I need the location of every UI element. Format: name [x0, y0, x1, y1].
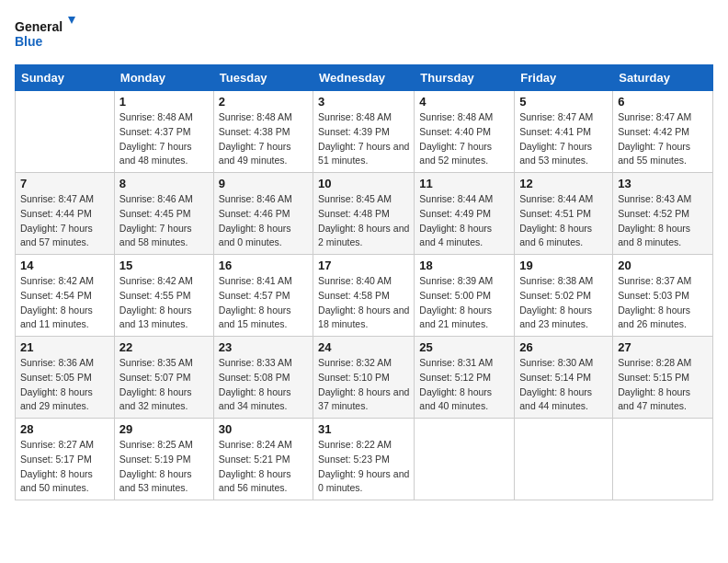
day-info: Sunrise: 8:35 AMSunset: 5:07 PMDaylight:…	[119, 357, 193, 411]
calendar-cell	[613, 419, 713, 500]
day-info: Sunrise: 8:47 AMSunset: 4:42 PMDaylight:…	[618, 111, 691, 166]
day-number: 1	[119, 95, 209, 109]
day-number: 21	[20, 340, 109, 354]
calendar-body: 1Sunrise: 8:48 AMSunset: 4:37 PMDaylight…	[16, 91, 713, 500]
svg-text:Blue: Blue	[15, 34, 43, 49]
header-cell-friday: Friday	[515, 65, 613, 91]
calendar-cell: 14Sunrise: 8:42 AMSunset: 4:54 PMDayligh…	[16, 255, 115, 337]
day-info: Sunrise: 8:22 AMSunset: 5:23 PMDaylight:…	[318, 439, 409, 493]
day-number: 14	[20, 259, 109, 272]
day-info: Sunrise: 8:24 AMSunset: 5:21 PMDaylight:…	[219, 439, 292, 493]
day-number: 12	[519, 177, 608, 190]
calendar-cell: 21Sunrise: 8:36 AMSunset: 5:05 PMDayligh…	[16, 337, 115, 419]
calendar-cell: 1Sunrise: 8:48 AMSunset: 4:37 PMDaylight…	[114, 91, 213, 173]
calendar-cell: 4Sunrise: 8:48 AMSunset: 4:40 PMDaylight…	[415, 91, 515, 173]
header-cell-wednesday: Wednesday	[313, 65, 415, 91]
calendar-cell: 13Sunrise: 8:43 AMSunset: 4:52 PMDayligh…	[613, 173, 713, 255]
day-info: Sunrise: 8:39 AMSunset: 5:00 PMDaylight:…	[419, 275, 493, 329]
calendar-cell: 8Sunrise: 8:46 AMSunset: 4:45 PMDaylight…	[114, 173, 213, 255]
calendar-cell: 17Sunrise: 8:40 AMSunset: 4:58 PMDayligh…	[313, 255, 415, 337]
day-number: 13	[618, 177, 708, 190]
calendar-cell: 15Sunrise: 8:42 AMSunset: 4:55 PMDayligh…	[114, 255, 213, 337]
day-info: Sunrise: 8:48 AMSunset: 4:38 PMDaylight:…	[219, 111, 292, 166]
day-number: 17	[318, 259, 409, 272]
day-info: Sunrise: 8:41 AMSunset: 4:57 PMDaylight:…	[219, 275, 292, 329]
day-number: 7	[20, 177, 109, 190]
day-number: 8	[119, 177, 209, 190]
calendar-cell: 24Sunrise: 8:32 AMSunset: 5:10 PMDayligh…	[313, 337, 415, 419]
header-cell-sunday: Sunday	[16, 65, 115, 91]
calendar-cell: 27Sunrise: 8:28 AMSunset: 5:15 PMDayligh…	[613, 337, 713, 419]
day-info: Sunrise: 8:31 AMSunset: 5:12 PMDaylight:…	[419, 357, 493, 411]
day-info: Sunrise: 8:48 AMSunset: 4:37 PMDaylight:…	[119, 111, 193, 166]
day-number: 30	[219, 422, 308, 436]
day-info: Sunrise: 8:27 AMSunset: 5:17 PMDaylight:…	[20, 439, 94, 493]
calendar-cell: 9Sunrise: 8:46 AMSunset: 4:46 PMDaylight…	[213, 173, 313, 255]
day-info: Sunrise: 8:36 AMSunset: 5:05 PMDaylight:…	[20, 357, 94, 411]
calendar-cell	[515, 419, 613, 500]
day-number: 26	[519, 340, 608, 354]
day-number: 31	[318, 422, 409, 436]
day-info: Sunrise: 8:25 AMSunset: 5:19 PMDaylight:…	[119, 439, 193, 493]
day-info: Sunrise: 8:46 AMSunset: 4:45 PMDaylight:…	[119, 193, 193, 247]
calendar-cell: 16Sunrise: 8:41 AMSunset: 4:57 PMDayligh…	[213, 255, 313, 337]
day-info: Sunrise: 8:43 AMSunset: 4:52 PMDaylight:…	[618, 193, 691, 247]
day-number: 20	[618, 259, 708, 272]
calendar-cell: 7Sunrise: 8:47 AMSunset: 4:44 PMDaylight…	[16, 173, 115, 255]
header-cell-thursday: Thursday	[415, 65, 515, 91]
logo: General Blue	[15, 15, 79, 53]
day-number: 15	[119, 259, 209, 272]
day-info: Sunrise: 8:42 AMSunset: 4:54 PMDaylight:…	[20, 275, 94, 329]
calendar-cell: 26Sunrise: 8:30 AMSunset: 5:14 PMDayligh…	[515, 337, 613, 419]
day-number: 27	[618, 340, 708, 354]
calendar-cell: 18Sunrise: 8:39 AMSunset: 5:00 PMDayligh…	[415, 255, 515, 337]
logo-svg: General Blue	[15, 15, 79, 53]
header-cell-saturday: Saturday	[613, 65, 713, 91]
calendar-week-3: 14Sunrise: 8:42 AMSunset: 4:54 PMDayligh…	[16, 255, 713, 337]
calendar-header-row: SundayMondayTuesdayWednesdayThursdayFrid…	[16, 65, 713, 91]
day-info: Sunrise: 8:47 AMSunset: 4:41 PMDaylight:…	[519, 111, 593, 166]
header-cell-tuesday: Tuesday	[213, 65, 313, 91]
day-info: Sunrise: 8:38 AMSunset: 5:02 PMDaylight:…	[519, 275, 593, 329]
day-number: 2	[219, 95, 308, 109]
calendar-cell: 3Sunrise: 8:48 AMSunset: 4:39 PMDaylight…	[313, 91, 415, 173]
day-number: 10	[318, 177, 409, 190]
calendar-cell: 23Sunrise: 8:33 AMSunset: 5:08 PMDayligh…	[213, 337, 313, 419]
day-info: Sunrise: 8:28 AMSunset: 5:15 PMDaylight:…	[618, 357, 691, 411]
day-info: Sunrise: 8:44 AMSunset: 4:49 PMDaylight:…	[419, 193, 493, 247]
calendar-cell: 29Sunrise: 8:25 AMSunset: 5:19 PMDayligh…	[114, 419, 213, 500]
day-number: 11	[419, 177, 509, 190]
day-number: 3	[318, 95, 409, 109]
calendar-cell: 10Sunrise: 8:45 AMSunset: 4:48 PMDayligh…	[313, 173, 415, 255]
calendar-cell	[16, 91, 115, 173]
day-number: 28	[20, 422, 109, 436]
calendar-cell: 5Sunrise: 8:47 AMSunset: 4:41 PMDaylight…	[515, 91, 613, 173]
calendar-cell: 20Sunrise: 8:37 AMSunset: 5:03 PMDayligh…	[613, 255, 713, 337]
day-number: 18	[419, 259, 509, 272]
calendar-cell: 6Sunrise: 8:47 AMSunset: 4:42 PMDaylight…	[613, 91, 713, 173]
day-info: Sunrise: 8:33 AMSunset: 5:08 PMDaylight:…	[219, 357, 292, 411]
day-info: Sunrise: 8:40 AMSunset: 4:58 PMDaylight:…	[318, 275, 409, 329]
calendar-week-4: 21Sunrise: 8:36 AMSunset: 5:05 PMDayligh…	[16, 337, 713, 419]
day-number: 29	[119, 422, 209, 436]
calendar-cell: 31Sunrise: 8:22 AMSunset: 5:23 PMDayligh…	[313, 419, 415, 500]
day-info: Sunrise: 8:37 AMSunset: 5:03 PMDaylight:…	[618, 275, 691, 329]
day-info: Sunrise: 8:48 AMSunset: 4:39 PMDaylight:…	[318, 111, 409, 166]
calendar-cell: 25Sunrise: 8:31 AMSunset: 5:12 PMDayligh…	[415, 337, 515, 419]
day-number: 5	[519, 95, 608, 109]
calendar-cell: 28Sunrise: 8:27 AMSunset: 5:17 PMDayligh…	[16, 419, 115, 500]
day-number: 24	[318, 340, 409, 354]
day-info: Sunrise: 8:42 AMSunset: 4:55 PMDaylight:…	[119, 275, 193, 329]
day-number: 23	[219, 340, 308, 354]
day-number: 22	[119, 340, 209, 354]
day-info: Sunrise: 8:47 AMSunset: 4:44 PMDaylight:…	[20, 193, 94, 247]
day-number: 19	[519, 259, 608, 272]
calendar-cell: 2Sunrise: 8:48 AMSunset: 4:38 PMDaylight…	[213, 91, 313, 173]
day-number: 9	[219, 177, 308, 190]
calendar-table: SundayMondayTuesdayWednesdayThursdayFrid…	[15, 64, 713, 500]
calendar-week-1: 1Sunrise: 8:48 AMSunset: 4:37 PMDaylight…	[16, 91, 713, 173]
day-number: 6	[618, 95, 708, 109]
day-info: Sunrise: 8:46 AMSunset: 4:46 PMDaylight:…	[219, 193, 292, 247]
day-number: 16	[219, 259, 308, 272]
calendar-cell: 30Sunrise: 8:24 AMSunset: 5:21 PMDayligh…	[213, 419, 313, 500]
